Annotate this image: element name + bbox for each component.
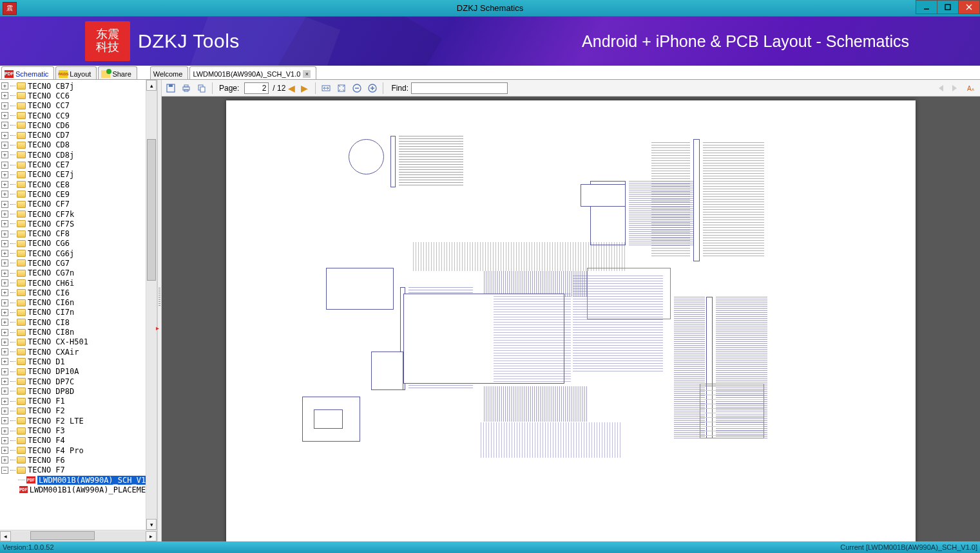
expander-icon[interactable] <box>1 378 8 385</box>
tree-folder-item[interactable]: TECNO CC6 <box>0 91 157 100</box>
scroll-left-button[interactable]: ◂ <box>0 531 11 541</box>
expander-icon[interactable] <box>1 398 8 405</box>
tree-folder-item[interactable]: TECNO CG6j <box>0 248 157 258</box>
tree-folder-item[interactable]: TECNO CD6 <box>0 120 157 130</box>
tab-layout[interactable]: PADS Layout <box>55 66 97 79</box>
expander-icon[interactable] <box>1 348 8 355</box>
scroll-track[interactable] <box>11 531 146 541</box>
tree-folder-item[interactable]: TECNO F4 Pro <box>0 445 157 455</box>
expander-icon[interactable] <box>1 92 8 99</box>
expander-icon[interactable] <box>1 82 8 89</box>
tree-folder-item[interactable]: TECNO CI8n <box>0 327 157 337</box>
tree-folder-item[interactable]: TECNO CE7j <box>0 170 157 180</box>
fit-page-button[interactable] <box>335 82 348 95</box>
expander-icon[interactable] <box>1 427 8 435</box>
scroll-up-button[interactable]: ▴ <box>146 80 157 91</box>
tree-folder-item[interactable]: TECNO CC9 <box>0 111 157 120</box>
print-button[interactable] <box>180 82 193 95</box>
scroll-down-button[interactable]: ▾ <box>146 519 157 530</box>
expander-icon[interactable] <box>1 456 8 464</box>
minimize-button[interactable] <box>916 0 937 14</box>
tree-folder-item[interactable]: TECNO CC7 <box>0 101 157 111</box>
sidebar-vertical-scrollbar[interactable]: ▴ ▾ <box>146 80 157 530</box>
tree-folder-item[interactable]: TECNO CF7 <box>0 200 157 209</box>
expander-icon[interactable] <box>1 437 8 444</box>
next-page-button[interactable]: ▶ <box>301 83 311 93</box>
tree-folder-item[interactable]: TECNO CF7k <box>0 209 157 219</box>
tree-folder-item[interactable]: TECNO DP8D <box>0 386 157 396</box>
tree-folder-item[interactable]: TECNO DP7C <box>0 377 157 386</box>
tree-folder-item[interactable]: TECNO CE8 <box>0 180 157 189</box>
tree-folder-item[interactable]: TECNO CD8j <box>0 150 157 160</box>
expander-icon[interactable] <box>1 151 8 158</box>
scroll-track[interactable] <box>146 91 157 519</box>
expander-icon[interactable] <box>1 162 8 169</box>
tab-document[interactable]: LWDM001B(AW990A)_SCH_V1.0 × <box>189 66 316 79</box>
expander-icon[interactable] <box>1 250 8 257</box>
tab-share[interactable]: Share <box>98 66 137 79</box>
tree-folder-item[interactable]: TECNO CE9 <box>0 189 157 199</box>
tree-file-item[interactable]: PDFLWDM001B(AW990A)_SCH_V1.0 <box>0 475 157 485</box>
expander-icon[interactable] <box>1 201 8 208</box>
expander-icon[interactable] <box>1 142 8 149</box>
tree-folder-item[interactable]: TECNO F3 <box>0 426 157 435</box>
tree-folder-item[interactable]: TECNO F7 <box>0 465 157 475</box>
tree-folder-item[interactable]: TECNO D1 <box>0 357 157 366</box>
expander-icon[interactable] <box>1 220 8 227</box>
tab-schematic[interactable]: PDF Schematic <box>1 66 54 79</box>
canvas-area[interactable] <box>162 97 980 541</box>
sidebar-horizontal-scrollbar[interactable]: ◂ ▸ <box>0 530 157 541</box>
expander-icon[interactable] <box>1 329 8 336</box>
tree-folder-item[interactable]: TECNO CX-H501 <box>0 337 157 347</box>
expander-icon[interactable] <box>1 230 8 238</box>
tree-folder-item[interactable]: TECNO CI6 <box>0 288 157 297</box>
scroll-thumb[interactable] <box>147 139 156 281</box>
tab-welcome[interactable]: Welcome <box>150 66 189 79</box>
expander-icon[interactable] <box>1 289 8 296</box>
maximize-button[interactable] <box>937 0 959 14</box>
expander-icon[interactable] <box>1 467 8 474</box>
expander-icon[interactable] <box>1 309 8 316</box>
expander-icon[interactable] <box>1 112 8 119</box>
expander-icon[interactable] <box>1 447 8 454</box>
expander-icon[interactable] <box>1 368 8 375</box>
file-tree[interactable]: TECNO CB7jTECNO CC6TECNO CC7TECNO CC9TEC… <box>0 80 157 530</box>
tree-folder-item[interactable]: TECNO F4 <box>0 436 157 445</box>
splitter[interactable]: ▸ <box>157 80 162 541</box>
expander-icon[interactable] <box>1 191 8 198</box>
scroll-right-button[interactable]: ▸ <box>146 531 157 541</box>
tree-folder-item[interactable]: TECNO CF8 <box>0 229 157 238</box>
fit-width-button[interactable] <box>320 82 332 95</box>
tree-folder-item[interactable]: TECNO CD7 <box>0 130 157 140</box>
find-prev-button[interactable] <box>934 82 946 95</box>
tree-folder-item[interactable]: TECNO CB7j <box>0 81 157 91</box>
tree-folder-item[interactable]: TECNO F1 <box>0 397 157 406</box>
tree-folder-item[interactable]: TECNO CG7 <box>0 258 157 268</box>
expander-icon[interactable] <box>1 270 8 277</box>
expander-icon[interactable] <box>1 259 8 267</box>
tree-file-item[interactable]: PDFLWDM001B1(AW990A)_PLACEMENT_V <box>0 485 157 494</box>
tree-folder-item[interactable]: TECNO CI6n <box>0 298 157 308</box>
tree-folder-item[interactable]: TECNO CG6 <box>0 239 157 248</box>
tree-folder-item[interactable]: TECNO CD8 <box>0 140 157 150</box>
tree-folder-item[interactable]: TECNO CE7 <box>0 160 157 169</box>
expander-icon[interactable] <box>1 339 8 346</box>
tree-folder-item[interactable]: TECNO F2 LTE <box>0 416 157 426</box>
find-input[interactable] <box>411 82 508 94</box>
expander-icon[interactable] <box>1 102 8 109</box>
tree-folder-item[interactable]: TECNO CH6i <box>0 278 157 288</box>
expander-icon[interactable] <box>1 417 8 424</box>
prev-page-button[interactable]: ◀ <box>288 83 298 93</box>
expander-icon[interactable] <box>1 181 8 188</box>
page-number-input[interactable] <box>244 82 269 94</box>
expander-icon[interactable] <box>1 319 8 326</box>
tree-folder-item[interactable]: TECNO CXAir <box>0 347 157 357</box>
tab-close-icon[interactable]: × <box>303 70 311 78</box>
zoom-in-button[interactable] <box>366 82 379 95</box>
tree-folder-item[interactable]: TECNO CI7n <box>0 308 157 317</box>
expander-icon[interactable] <box>1 211 8 218</box>
tree-folder-item[interactable]: TECNO CI8 <box>0 317 157 327</box>
expander-icon[interactable] <box>1 299 8 306</box>
expander-icon[interactable] <box>1 132 8 139</box>
scroll-thumb[interactable] <box>30 531 95 540</box>
